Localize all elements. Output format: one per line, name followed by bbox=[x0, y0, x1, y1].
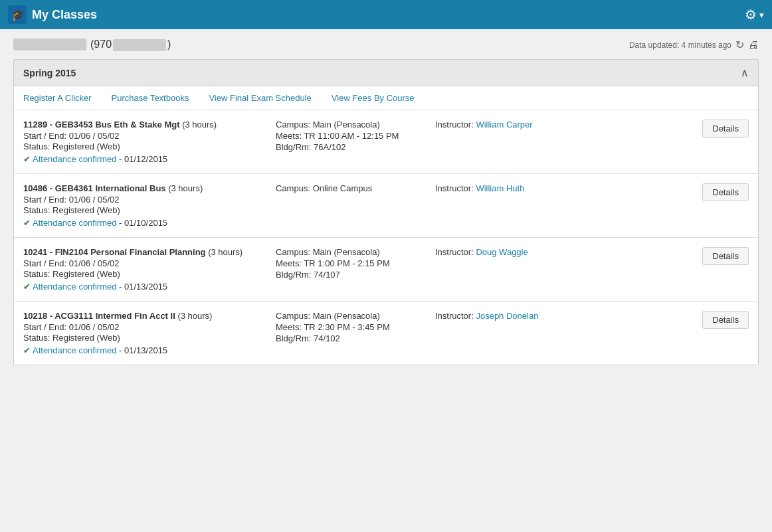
semester-title: Spring 2015 bbox=[23, 68, 76, 78]
course-campus-2: Campus: Main (Pensacola)Meets: TR 1:00 P… bbox=[276, 247, 435, 281]
attendance-link[interactable]: Attendance confirmed bbox=[33, 154, 116, 164]
svg-text:🎓: 🎓 bbox=[11, 9, 25, 21]
print-icon[interactable]: 🖨 bbox=[748, 39, 759, 51]
user-id: (970) bbox=[90, 39, 171, 51]
course-title: 10486 - GEB4361 International Bus (3 hou… bbox=[23, 183, 276, 193]
view-final-exam-link[interactable]: View Final Exam Schedule bbox=[209, 93, 311, 103]
refresh-icon[interactable]: ↻ bbox=[735, 39, 744, 51]
course-instructor-0: Instructor: William Carper bbox=[435, 120, 621, 130]
app-title: My Classes bbox=[32, 8, 97, 22]
course-status: Status: Registered (Web) bbox=[23, 333, 276, 343]
data-updated-area: Data updated: 4 minutes ago ↻ 🖨 bbox=[629, 39, 759, 51]
course-campus-0: Campus: Main (Pensacola)Meets: TR 11:00 … bbox=[276, 120, 435, 153]
user-info-row: (970) Data updated: 4 minutes ago ↻ 🖨 bbox=[13, 39, 759, 51]
main-content: (970) Data updated: 4 minutes ago ↻ 🖨 Sp… bbox=[0, 29, 772, 375]
action-links: Register A Clicker Purchase Textbooks Vi… bbox=[14, 86, 758, 110]
details-button[interactable]: Details bbox=[702, 183, 749, 201]
course-instructor-2: Instructor: Doug Waggle bbox=[435, 247, 621, 257]
instructor-link[interactable]: Joseph Donelan bbox=[476, 311, 538, 321]
course-info-1: 10486 - GEB4361 International Bus (3 hou… bbox=[23, 183, 276, 228]
course-instructor-3: Instructor: Joseph Donelan bbox=[435, 311, 621, 321]
course-bldg: Bldg/Rm: 76A/102 bbox=[276, 142, 435, 152]
course-start-end: Start / End: 01/06 / 05/02 bbox=[23, 195, 276, 205]
check-icon: ✔ bbox=[23, 345, 31, 355]
course-status: Status: Registered (Web) bbox=[23, 269, 276, 279]
course-campus-3: Campus: Main (Pensacola)Meets: TR 2:30 P… bbox=[276, 311, 435, 345]
gear-icon: ⚙ bbox=[745, 7, 757, 23]
instructor-link[interactable]: William Carper bbox=[476, 120, 532, 130]
campus-name: Campus: Main (Pensacola) bbox=[276, 120, 435, 130]
course-bldg: Bldg/Rm: 74/107 bbox=[276, 270, 435, 280]
top-bar: 🎓 My Classes ⚙ ▾ bbox=[0, 0, 772, 29]
attendance-confirmed: ✔Attendance confirmed - 01/12/2015 bbox=[23, 154, 276, 164]
campus-name: Campus: Main (Pensacola) bbox=[276, 311, 435, 321]
instructor-link[interactable]: Doug Waggle bbox=[476, 247, 528, 257]
course-actions-2: Details bbox=[621, 247, 749, 265]
course-row: 11289 - GEB3453 Bus Eth & Stake Mgt (3 h… bbox=[14, 110, 758, 174]
course-meets: Meets: TR 1:00 PM - 2:15 PM bbox=[276, 258, 435, 268]
app-logo-icon: 🎓 bbox=[8, 5, 27, 24]
check-icon: ✔ bbox=[23, 282, 31, 292]
course-info-3: 10218 - ACG3111 Intermed Fin Acct II (3 … bbox=[23, 311, 276, 355]
course-title: 11289 - GEB3453 Bus Eth & Stake Mgt (3 h… bbox=[23, 120, 276, 130]
attendance-confirmed: ✔Attendance confirmed - 01/10/2015 bbox=[23, 218, 276, 228]
semester-section: Spring 2015 ∧ Register A Clicker Purchas… bbox=[13, 59, 759, 365]
semester-header[interactable]: Spring 2015 ∧ bbox=[14, 60, 758, 86]
attendance-link[interactable]: Attendance confirmed bbox=[33, 218, 116, 228]
course-meets: Meets: TR 2:30 PM - 3:45 PM bbox=[276, 322, 435, 332]
attendance-link[interactable]: Attendance confirmed bbox=[33, 345, 116, 355]
user-name-area: (970) bbox=[13, 39, 171, 51]
view-fees-link[interactable]: View Fees By Course bbox=[332, 93, 415, 103]
details-button[interactable]: Details bbox=[702, 247, 749, 265]
course-start-end: Start / End: 01/06 / 05/02 bbox=[23, 131, 276, 141]
course-meets: Meets: TR 11:00 AM - 12:15 PM bbox=[276, 131, 435, 141]
details-button[interactable]: Details bbox=[702, 120, 749, 137]
course-actions-0: Details bbox=[621, 120, 749, 137]
course-title: 10218 - ACG3111 Intermed Fin Acct II (3 … bbox=[23, 311, 276, 321]
course-start-end: Start / End: 01/06 / 05/02 bbox=[23, 258, 276, 268]
course-status: Status: Registered (Web) bbox=[23, 205, 276, 215]
top-bar-left: 🎓 My Classes bbox=[8, 5, 97, 24]
user-name-blurred bbox=[13, 39, 86, 50]
course-status: Status: Registered (Web) bbox=[23, 141, 276, 151]
course-instructor-1: Instructor: William Huth bbox=[435, 183, 621, 193]
course-bldg: Bldg/Rm: 74/102 bbox=[276, 333, 435, 343]
campus-name: Campus: Main (Pensacola) bbox=[276, 247, 435, 257]
collapse-icon[interactable]: ∧ bbox=[741, 66, 749, 79]
data-updated-text: Data updated: 4 minutes ago bbox=[629, 41, 731, 50]
check-icon: ✔ bbox=[23, 218, 31, 228]
instructor-link[interactable]: William Huth bbox=[476, 183, 524, 193]
course-campus-1: Campus: Online Campus bbox=[276, 183, 435, 195]
course-row: 10486 - GEB4361 International Bus (3 hou… bbox=[14, 174, 758, 238]
attendance-confirmed: ✔Attendance confirmed - 01/13/2015 bbox=[23, 282, 276, 292]
campus-name: Campus: Online Campus bbox=[276, 183, 435, 193]
course-title: 10241 - FIN2104 Personal Financial Plann… bbox=[23, 247, 276, 257]
purchase-textbooks-link[interactable]: Purchase Textbooks bbox=[112, 93, 189, 103]
settings-menu[interactable]: ⚙ ▾ bbox=[745, 7, 764, 23]
course-actions-1: Details bbox=[621, 183, 749, 201]
attendance-confirmed: ✔Attendance confirmed - 01/13/2015 bbox=[23, 345, 276, 355]
check-icon: ✔ bbox=[23, 154, 31, 164]
courses-container: 11289 - GEB3453 Bus Eth & Stake Mgt (3 h… bbox=[14, 110, 758, 365]
settings-dropdown-icon: ▾ bbox=[759, 10, 764, 20]
course-start-end: Start / End: 01/06 / 05/02 bbox=[23, 322, 276, 332]
course-row: 10218 - ACG3111 Intermed Fin Acct II (3 … bbox=[14, 302, 758, 365]
register-clicker-link[interactable]: Register A Clicker bbox=[23, 93, 92, 103]
course-info-0: 11289 - GEB3453 Bus Eth & Stake Mgt (3 h… bbox=[23, 120, 276, 164]
course-row: 10241 - FIN2104 Personal Financial Plann… bbox=[14, 238, 758, 302]
course-actions-3: Details bbox=[621, 311, 749, 329]
attendance-link[interactable]: Attendance confirmed bbox=[33, 282, 116, 292]
course-info-2: 10241 - FIN2104 Personal Financial Plann… bbox=[23, 247, 276, 292]
details-button[interactable]: Details bbox=[702, 311, 749, 329]
